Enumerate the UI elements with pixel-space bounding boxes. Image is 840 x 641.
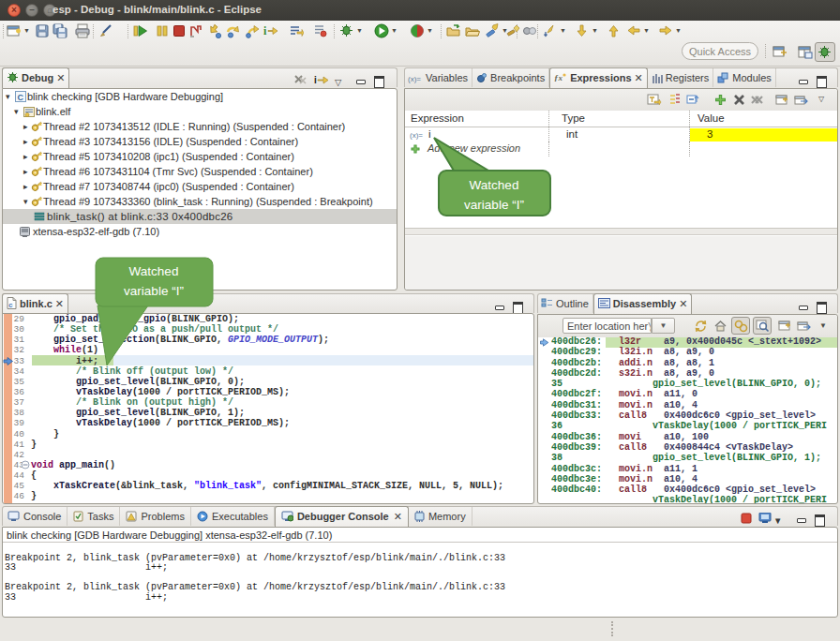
svg-text:(x)=: (x)= — [410, 131, 423, 140]
svg-text:variable “I”: variable “I” — [464, 198, 524, 212]
svg-text:c: c — [8, 301, 13, 309]
svg-text:variable “I”: variable “I” — [124, 284, 184, 298]
svg-text:Watched: Watched — [470, 178, 519, 192]
svg-text:i: i — [314, 75, 317, 85]
svg-text:ƒx: ƒx — [554, 73, 563, 82]
svg-text:C: C — [18, 93, 24, 102]
svg-text:i: i — [263, 24, 267, 37]
svg-text:(x)=: (x)= — [408, 75, 421, 83]
svg-text:Watched: Watched — [129, 264, 179, 278]
